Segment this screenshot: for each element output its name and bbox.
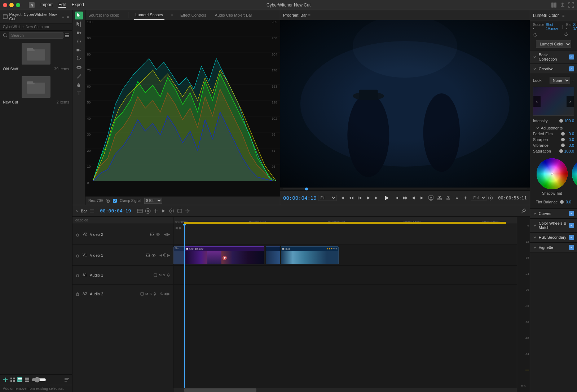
- mic-icon-a2[interactable]: [153, 292, 157, 296]
- minimize-button[interactable]: [9, 3, 14, 7]
- tab-audio-clip-mixer[interactable]: Audio Clip Mixer: Bar: [213, 10, 254, 20]
- timeline-tool-5[interactable]: [168, 208, 175, 214]
- source-link[interactable]: Shot 1A.mov: [546, 23, 558, 31]
- film-icon-a1[interactable]: [154, 273, 157, 277]
- adjustments-toggle[interactable]: Adjustments: [533, 124, 574, 132]
- mic-icon[interactable]: [167, 273, 170, 277]
- project-search-input[interactable]: [9, 32, 63, 39]
- add-icon[interactable]: [3, 377, 8, 382]
- folder-new-cut[interactable]: New Cut 2 items: [0, 73, 72, 106]
- bit-depth-select[interactable]: 8 Bit 16 Bit: [144, 198, 162, 204]
- clip-shot-group[interactable]: ◼ Shot ▾▾▾▾▾▾: [281, 246, 339, 264]
- hand-tool[interactable]: [75, 81, 83, 89]
- lock-icon-a1[interactable]: [75, 273, 80, 277]
- section-basic-correction[interactable]: Basic Correction ✓: [530, 50, 577, 64]
- share-icon[interactable]: [560, 2, 565, 8]
- reset-icon-2[interactable]: [564, 32, 568, 36]
- sequence-menu-icon[interactable]: [90, 209, 94, 213]
- v1-next[interactable]: ▶: [167, 253, 170, 257]
- menu-export[interactable]: Export: [72, 2, 84, 8]
- v1-prev[interactable]: ◀: [159, 253, 162, 257]
- pen-tool[interactable]: [75, 72, 83, 80]
- track-select-tool[interactable]: [75, 20, 83, 28]
- timeline-snapping-btn[interactable]: [184, 208, 191, 214]
- target-icon[interactable]: [163, 253, 167, 257]
- clip-shot-1[interactable]: Sho: [173, 246, 184, 264]
- timeline-tool-2[interactable]: [145, 208, 151, 214]
- maximize-button[interactable]: [16, 3, 20, 7]
- section-vignette[interactable]: Vignette ✓: [530, 242, 577, 252]
- export-frame-btn[interactable]: [427, 194, 435, 202]
- tab-effect-controls[interactable]: Effect Controls: [179, 10, 208, 20]
- s-label-a2[interactable]: S: [149, 292, 151, 296]
- close-button[interactable]: [3, 3, 7, 7]
- metadata-icon[interactable]: [25, 377, 30, 382]
- timeline-tool-6[interactable]: [176, 208, 183, 214]
- settings-icon[interactable]: [106, 199, 110, 203]
- basic-correction-checkbox[interactable]: ✓: [569, 54, 574, 60]
- v2-lane-next[interactable]: ▶: [179, 226, 182, 230]
- lumetri-menu-icon[interactable]: ≡: [562, 13, 564, 18]
- lut-prev-btn[interactable]: ‹: [533, 96, 541, 107]
- a2-next[interactable]: ▶: [167, 292, 170, 296]
- lock-icon-a2[interactable]: [75, 292, 80, 296]
- slip-tool[interactable]: [75, 63, 83, 71]
- shadow-tint-canvas[interactable]: [536, 158, 568, 190]
- list-icon[interactable]: [65, 33, 69, 38]
- mark-in-btn[interactable]: [338, 194, 346, 202]
- lut-next-btn[interactable]: ›: [567, 96, 574, 107]
- clamp-signal-checkbox[interactable]: [113, 199, 117, 203]
- timeline-scrollbar[interactable]: [173, 388, 517, 392]
- eye-icon-v1[interactable]: [151, 253, 156, 257]
- m-label[interactable]: M: [159, 273, 162, 277]
- quality-select[interactable]: Full1/21/4: [471, 195, 486, 201]
- section-hsl-secondary[interactable]: HSL Secondary ✓: [530, 232, 577, 242]
- film-icon-v1[interactable]: [146, 253, 150, 257]
- hsl-secondary-checkbox[interactable]: ✓: [569, 235, 574, 240]
- settings-btn[interactable]: [488, 195, 493, 201]
- clip-shot-1b[interactable]: ◼ Shot 1B.mov: [185, 246, 264, 264]
- timeline-tool-4[interactable]: [160, 208, 167, 214]
- expand-icon[interactable]: [568, 2, 574, 8]
- step-back-btn[interactable]: [356, 194, 364, 202]
- more-btn[interactable]: »: [453, 194, 461, 202]
- lift-btn[interactable]: [436, 194, 444, 202]
- go-to-in-btn[interactable]: [364, 194, 372, 202]
- go-to-out-btn[interactable]: [410, 194, 418, 202]
- next-edit-btn[interactable]: [401, 194, 409, 202]
- highlight-tint-canvas[interactable]: [571, 158, 577, 190]
- timeline-tool-3[interactable]: [153, 208, 159, 214]
- film-icon-a2[interactable]: [140, 292, 144, 296]
- play-btn[interactable]: [382, 193, 392, 203]
- text-tool[interactable]: [75, 89, 83, 97]
- play-fwd-btn[interactable]: [392, 194, 400, 202]
- clip-transition-1[interactable]: [266, 246, 280, 264]
- home-icon[interactable]: [29, 2, 35, 8]
- wrench-icon[interactable]: [520, 208, 527, 214]
- v2-next[interactable]: ▶: [167, 232, 170, 236]
- scrollbar-thumb[interactable]: [184, 388, 256, 392]
- zoom-slider[interactable]: [32, 377, 46, 383]
- panels-icon[interactable]: [551, 2, 557, 8]
- grid-icon[interactable]: [10, 377, 15, 382]
- mark-out-btn[interactable]: [418, 194, 426, 202]
- a2-prev[interactable]: ◀: [164, 292, 167, 296]
- extract-btn[interactable]: [444, 194, 452, 202]
- sort-icon[interactable]: [64, 377, 69, 382]
- v2-lane-prev[interactable]: ◀: [175, 226, 178, 230]
- curves-checkbox[interactable]: ✓: [569, 211, 574, 216]
- s-label[interactable]: S: [163, 273, 165, 277]
- razor-tool[interactable]: [75, 55, 83, 63]
- lock-icon-v2[interactable]: [75, 232, 80, 237]
- fit-select[interactable]: Fit25%50%100%: [318, 195, 337, 201]
- m-label-a2[interactable]: M: [145, 292, 148, 296]
- prev-edit-btn[interactable]: [347, 194, 355, 202]
- timeline-close-btn[interactable]: ×: [75, 208, 78, 213]
- section-curves[interactable]: Curves ✓: [530, 208, 577, 219]
- timeline-tool-1[interactable]: [137, 208, 143, 214]
- section-color-wheels[interactable]: Color Wheels & Match ✓: [530, 219, 577, 232]
- look-select[interactable]: None: [550, 77, 570, 84]
- program-tab-label[interactable]: Program: Bar: [283, 13, 307, 17]
- creative-checkbox[interactable]: ✓: [569, 66, 574, 71]
- rate-stretch-tool[interactable]: [75, 46, 83, 54]
